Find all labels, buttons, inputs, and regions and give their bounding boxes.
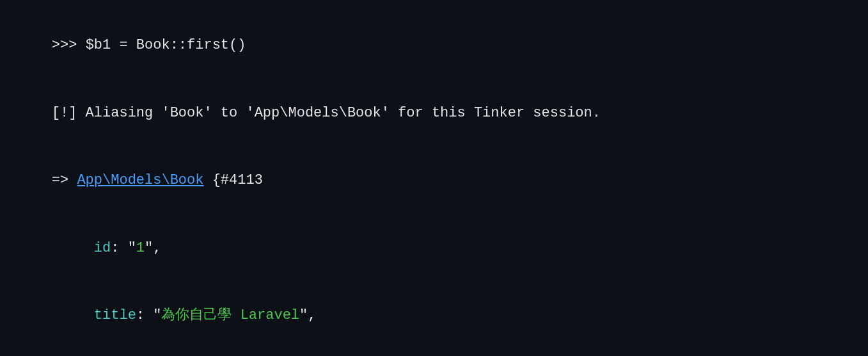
line-field-id: id: "1", [18,214,850,282]
line-field-description: description: "很厲害", [18,350,850,356]
line-command: >>> $b1 = Book::first() [18,12,850,79]
line-alias-notice: [!] Aliasing 'Book' to 'App\Models\Book'… [18,79,850,147]
terminal-window: >>> $b1 = Book::first() [!] Aliasing 'Bo… [0,0,868,356]
model-class-link[interactable]: App\Models\Book [77,172,203,188]
line-result-header: => App\Models\Book {#4113 [18,147,850,214]
line-field-title: title: "為你自己學 Laravel", [18,282,850,350]
